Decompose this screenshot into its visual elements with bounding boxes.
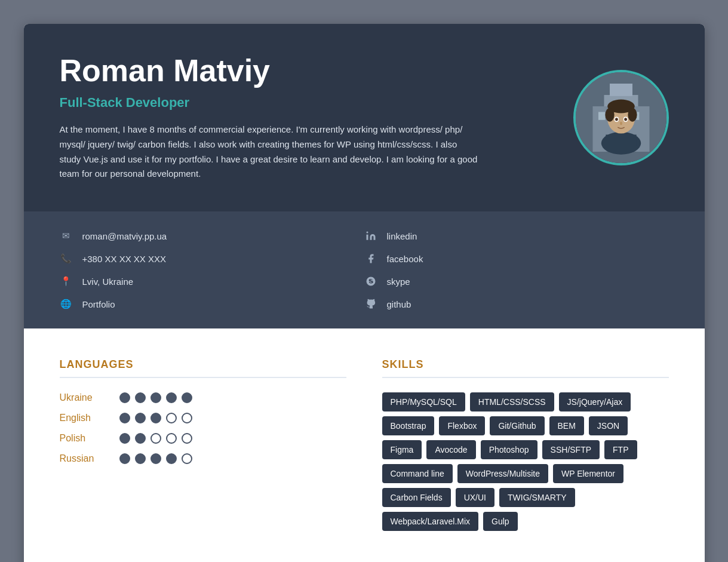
location-text: Lviv, Ukraine <box>82 277 134 287</box>
skill-badge: SSH/SFTP <box>542 440 600 459</box>
contact-github[interactable]: github <box>364 297 669 311</box>
skill-badge: WordPress/Multisite <box>457 464 548 483</box>
russian-dots <box>119 453 192 464</box>
language-english: English <box>60 413 346 423</box>
language-polish: Polish <box>60 433 346 444</box>
dot <box>166 453 177 464</box>
envelope-icon: ✉ <box>60 229 73 242</box>
svg-point-19 <box>620 122 622 125</box>
dot <box>150 392 161 403</box>
header-left: Roman Matviy Full-Stack Developer At the… <box>60 54 549 182</box>
dot <box>182 392 192 403</box>
contact-phone[interactable]: 📞 +380 XX XX XX XXX <box>60 252 364 265</box>
skill-badge: PHP/MySQL/SQL <box>382 392 465 411</box>
dot <box>150 413 161 423</box>
skill-badge: WP Elementor <box>553 464 623 483</box>
svg-point-17 <box>615 118 618 121</box>
skill-badge: UX/UI <box>456 488 494 507</box>
dot <box>119 453 130 464</box>
globe-icon: 🌐 <box>60 297 73 311</box>
polish-dots <box>119 433 192 444</box>
github-text: github <box>387 299 411 309</box>
location-icon: 📍 <box>60 275 73 288</box>
dot <box>119 433 130 444</box>
svg-rect-3 <box>610 84 632 96</box>
svg-rect-9 <box>606 135 636 146</box>
skill-badge: Photoshop <box>481 440 537 459</box>
skill-badge: HTML/CSS/SCSS <box>470 392 554 411</box>
skill-badge: Git/Github <box>490 416 544 435</box>
phone-text: +380 XX XX XX XXX <box>82 254 167 264</box>
dot <box>166 433 177 444</box>
language-ukraine: Ukraine <box>60 392 346 403</box>
svg-point-14 <box>628 108 637 122</box>
contact-portfolio[interactable]: 🌐 Portfolio <box>60 297 364 311</box>
dot <box>150 433 161 444</box>
language-english-label: English <box>60 413 107 423</box>
dot <box>166 392 177 403</box>
main-content: LANGUAGES Ukraine English <box>24 328 705 561</box>
dot <box>182 433 192 444</box>
avatar <box>573 70 669 165</box>
skill-badge: Carbon Fields <box>382 488 451 507</box>
svg-point-18 <box>624 118 627 121</box>
facebook-text: facebook <box>387 254 423 264</box>
skills-title: SKILLS <box>382 358 669 378</box>
contact-skype[interactable]: skype <box>364 275 669 288</box>
facebook-icon <box>364 252 377 265</box>
linkedin-icon <box>364 229 377 242</box>
person-name: Roman Matviy <box>60 54 549 88</box>
dot <box>135 433 146 444</box>
skill-badge: Flexbox <box>439 416 485 435</box>
skill-badge: BEM <box>549 416 584 435</box>
github-icon <box>364 297 377 311</box>
english-dots <box>119 413 192 423</box>
skype-text: skype <box>387 277 410 287</box>
language-russian: Russian <box>60 453 346 464</box>
language-russian-label: Russian <box>60 453 107 464</box>
contact-linkedin[interactable]: linkedin <box>364 229 669 242</box>
skills-section: SKILLS PHP/MySQL/SQLHTML/CSS/SCSSJS/jQue… <box>382 358 669 531</box>
ukraine-dots <box>119 392 192 403</box>
dot <box>119 413 130 423</box>
dot <box>150 453 161 464</box>
svg-rect-4 <box>598 112 605 120</box>
skill-badge: Figma <box>382 440 422 459</box>
dot <box>135 392 146 403</box>
header-section: Roman Matviy Full-Stack Developer At the… <box>24 24 705 211</box>
linkedin-text: linkedin <box>387 231 417 241</box>
skill-badge: JS/jQuery/Ajax <box>559 392 631 411</box>
phone-icon: 📞 <box>60 252 73 265</box>
language-ukraine-label: Ukraine <box>60 392 107 403</box>
contact-left: ✉ roman@matviy.pp.ua 📞 +380 XX XX XX XXX… <box>60 229 364 311</box>
person-title: Full-Stack Developer <box>60 95 549 110</box>
skill-badge: Webpack/Laravel.Mix <box>382 512 479 531</box>
skill-badge: Command line <box>382 464 453 483</box>
skill-badge: FTP <box>604 440 637 459</box>
skill-badge: Gulp <box>483 512 518 531</box>
contact-email[interactable]: ✉ roman@matviy.pp.ua <box>60 229 364 242</box>
resume-card: Roman Matviy Full-Stack Developer At the… <box>24 24 705 562</box>
languages-title: LANGUAGES <box>60 358 346 378</box>
svg-point-13 <box>605 108 614 122</box>
dot <box>182 453 192 464</box>
avatar-image <box>576 72 666 163</box>
contact-strip: ✉ roman@matviy.pp.ua 📞 +380 XX XX XX XXX… <box>24 211 705 328</box>
skill-badge: Bootstrap <box>382 416 435 435</box>
contact-right: linkedin facebook skype github <box>364 229 669 311</box>
dot <box>166 413 177 423</box>
language-polish-label: Polish <box>60 433 107 444</box>
dot <box>182 413 192 423</box>
person-bio: At the moment, I have 8 months of commer… <box>60 122 478 182</box>
skill-badge: JSON <box>589 416 628 435</box>
skill-badge: Avocode <box>426 440 475 459</box>
portfolio-text: Portfolio <box>82 299 115 309</box>
skill-badge: TWIG/SMARTY <box>499 488 575 507</box>
skills-grid: PHP/MySQL/SQLHTML/CSS/SCSSJS/jQuery/Ajax… <box>382 392 669 531</box>
dot <box>135 453 146 464</box>
contact-location: 📍 Lviv, Ukraine <box>60 275 364 288</box>
skype-icon <box>364 275 377 288</box>
contact-facebook[interactable]: facebook <box>364 252 669 265</box>
dot <box>135 413 146 423</box>
dot <box>119 392 130 403</box>
